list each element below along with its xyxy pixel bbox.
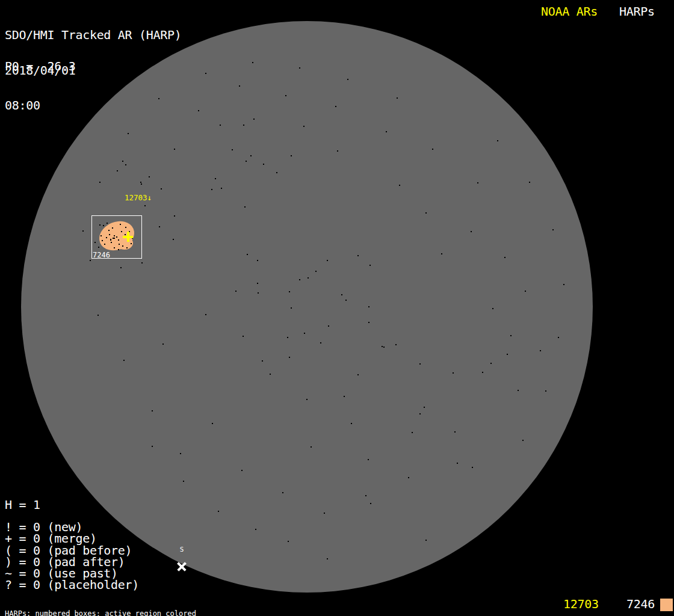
plot-title: SDO/HMI Tracked AR (HARP): [5, 29, 182, 42]
magnetogram-speckle: [315, 271, 317, 272]
magnetogram-speckle: [120, 267, 122, 268]
magnetogram-speckle: [344, 396, 345, 397]
magnetogram-speckle: [383, 346, 385, 348]
magnetogram-speckle: [357, 374, 359, 375]
magnetogram-speckle: [306, 399, 308, 400]
magnetogram-speckle: [276, 172, 277, 173]
magnetogram-speckle: [205, 73, 206, 74]
footer-noaa-number: 12703: [563, 599, 599, 611]
magnetogram-speckle: [558, 337, 559, 338]
magnetogram-speckle: [270, 374, 271, 375]
magnetogram-speckle: [497, 140, 498, 141]
legend-items: ! = 0 (new)+ = 0 (merge)( = 0 (pad befor…: [5, 522, 139, 591]
magnetogram-speckle: [370, 503, 371, 504]
magnetogram-speckle: [282, 492, 283, 493]
magnetogram-speckle: [304, 333, 305, 334]
magnetogram-speckle: [82, 230, 84, 232]
magnetogram-speckle: [351, 423, 352, 424]
magnetogram-speckle: [345, 300, 347, 301]
magnetogram-speckle: [518, 390, 519, 391]
magnetogram-speckle: [180, 453, 181, 454]
magnetogram-speckle: [382, 346, 383, 347]
magnetogram-speckle: [324, 513, 325, 514]
magnetogram-speckle: [215, 178, 216, 179]
magnetogram-speckle: [563, 284, 564, 285]
magnetogram-speckle: [141, 183, 142, 185]
magnetogram-speckle: [365, 495, 366, 496]
noaa-ar-cross-icon: [123, 232, 133, 242]
magnetogram-speckle: [152, 410, 153, 411]
noaa-ars-column-header: NOAA ARs: [541, 6, 598, 18]
magnetogram-speckle: [239, 85, 240, 87]
magnetogram-speckle: [457, 463, 458, 464]
magnetogram-speckle: [341, 294, 342, 295]
magnetogram-speckle: [183, 481, 184, 482]
magnetogram-speckle: [399, 185, 400, 186]
harp-bounding-box: 7246: [91, 215, 142, 259]
magnetogram-speckle: [507, 354, 508, 355]
magnetogram-speckle: [552, 229, 554, 230]
magnetogram-speckle: [425, 540, 427, 541]
magnetogram-speckle: [221, 188, 222, 189]
magnetogram-speckle: [159, 226, 160, 227]
magnetogram-speckle: [386, 131, 387, 132]
magnetogram-speckle: [162, 343, 164, 345]
magnetogram-speckle: [263, 164, 264, 165]
magnetogram-speckle: [482, 372, 483, 373]
magnetogram-speckle: [471, 231, 472, 232]
magnetogram-speckle: [117, 170, 118, 171]
magnetogram-speckle: [368, 322, 369, 323]
magnetogram-speckle: [492, 308, 493, 309]
magnetogram-speckle: [97, 315, 99, 316]
magnetogram-speckle: [291, 307, 292, 309]
magnetogram-speckle: [308, 277, 309, 279]
magnetogram-speckle: [454, 431, 456, 433]
magnetogram-speckle: [432, 149, 433, 150]
magnetogram-speckle: [141, 262, 143, 263]
magnetogram-speckle: [327, 260, 328, 261]
magnetogram-speckle: [218, 511, 219, 512]
magnetogram-speckle: [327, 558, 328, 559]
p0-angle-readout: P0 = -26.3: [5, 61, 75, 73]
magnetogram-speckle: [122, 161, 123, 162]
magnetogram-speckle: [419, 363, 421, 365]
magnetogram-speckle: [246, 161, 247, 162]
magnetogram-speckle: [299, 67, 300, 69]
harp-number-label: 7246: [93, 251, 110, 259]
harp-count-readout: H = 1: [5, 499, 40, 511]
magnetogram-speckle: [255, 529, 256, 530]
magnetogram-speckle: [337, 150, 338, 152]
magnetogram-speckle: [288, 541, 289, 542]
magnetogram-speckle: [289, 357, 290, 358]
active-region-color-swatch: [660, 599, 673, 611]
magnetogram-speckle: [174, 149, 175, 150]
magnetogram-speckle: [408, 477, 409, 478]
magnetogram-speckle: [211, 189, 212, 190]
magnetogram-speckle: [453, 372, 454, 374]
magnetogram-speckle: [144, 205, 146, 206]
magnetogram-speckle: [258, 292, 259, 294]
footer-line-harps: HARPs: numbered boxes; active region col…: [5, 611, 257, 616]
magnetogram-speckle: [244, 206, 246, 208]
magnetogram-speckle: [369, 265, 371, 266]
magnetogram-speckle: [424, 407, 425, 408]
magnetogram-speckle: [397, 97, 398, 99]
magnetogram-speckle: [250, 155, 252, 156]
magnetogram-speckle: [525, 291, 526, 292]
magnetogram-speckle: [243, 125, 244, 126]
magnetogram-speckle: [540, 350, 541, 351]
magnetogram-speckle: [545, 390, 546, 392]
magnetogram-speckle: [125, 164, 126, 165]
magnetogram-speckle: [425, 212, 427, 214]
magnetogram-speckle: [510, 335, 512, 336]
magnetogram-speckle: [529, 182, 530, 183]
magnetogram-speckle: [347, 79, 348, 80]
magnetogram-speckle: [419, 413, 421, 414]
magnetogram-speckle: [173, 239, 174, 240]
magnetogram-speckle: [287, 337, 288, 338]
magnetogram-speckle: [477, 182, 478, 183]
magnetogram-speckle: [289, 291, 290, 292]
south-pole-label: S: [176, 546, 187, 553]
magnetogram-speckle: [152, 446, 153, 447]
magnetogram-speckle: [205, 314, 206, 315]
